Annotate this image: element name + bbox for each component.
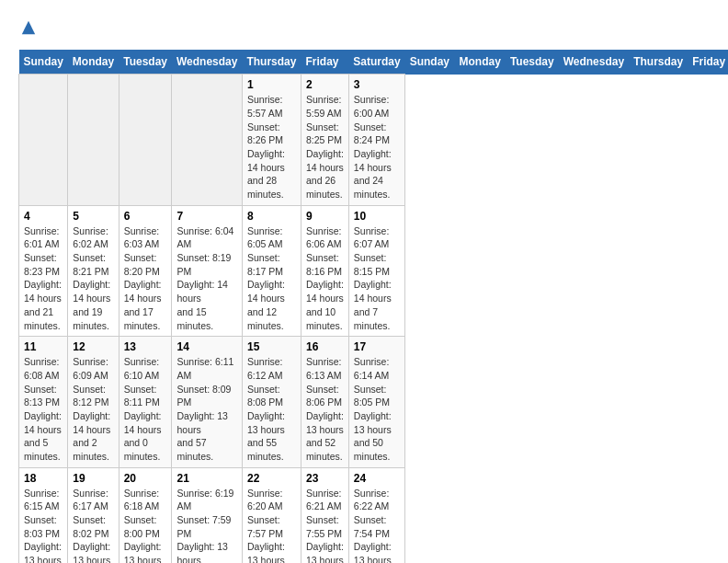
- day-info: Sunrise: 6:11 AM Sunset: 8:09 PM Dayligh…: [176, 355, 236, 464]
- calendar-week-row: 11Sunrise: 6:08 AM Sunset: 8:13 PM Dayli…: [19, 337, 729, 468]
- weekday-header-monday: Monday: [455, 50, 506, 75]
- day-number: 2: [306, 78, 344, 91]
- day-info: Sunrise: 6:04 AM Sunset: 8:19 PM Dayligh…: [176, 224, 236, 333]
- calendar-week-row: 18Sunrise: 6:15 AM Sunset: 8:03 PM Dayli…: [19, 467, 729, 563]
- day-number: 1: [247, 78, 296, 91]
- day-info: Sunrise: 6:10 AM Sunset: 8:11 PM Dayligh…: [124, 355, 167, 464]
- weekday-header-friday: Friday: [301, 50, 348, 75]
- logo-icon: [20, 19, 37, 36]
- calendar-day-cell: 11Sunrise: 6:08 AM Sunset: 8:13 PM Dayli…: [19, 337, 68, 468]
- day-info: Sunrise: 6:09 AM Sunset: 8:12 PM Dayligh…: [73, 355, 113, 464]
- day-number: 20: [124, 472, 167, 485]
- day-number: 15: [247, 340, 296, 353]
- day-number: 23: [306, 472, 344, 485]
- day-info: Sunrise: 6:22 AM Sunset: 7:54 PM Dayligh…: [354, 487, 400, 563]
- day-info: Sunrise: 6:15 AM Sunset: 8:03 PM Dayligh…: [24, 487, 63, 563]
- calendar-day-cell: 21Sunrise: 6:19 AM Sunset: 7:59 PM Dayli…: [172, 467, 242, 563]
- day-number: 18: [24, 472, 63, 485]
- weekday-header-friday: Friday: [688, 50, 728, 75]
- calendar-day-cell: 24Sunrise: 6:22 AM Sunset: 7:54 PM Dayli…: [348, 467, 404, 563]
- calendar-day-cell: 23Sunrise: 6:21 AM Sunset: 7:55 PM Dayli…: [301, 467, 348, 563]
- page-header: [18, 18, 710, 40]
- weekday-header-thursday: Thursday: [242, 50, 301, 75]
- calendar-day-cell: 22Sunrise: 6:20 AM Sunset: 7:57 PM Dayli…: [242, 467, 301, 563]
- weekday-header-tuesday: Tuesday: [506, 50, 559, 75]
- calendar-day-cell: [19, 75, 68, 206]
- day-number: 21: [176, 472, 236, 485]
- calendar-day-cell: 19Sunrise: 6:17 AM Sunset: 8:02 PM Dayli…: [68, 467, 119, 563]
- weekday-header-saturday: Saturday: [348, 50, 404, 75]
- calendar-day-cell: 12Sunrise: 6:09 AM Sunset: 8:12 PM Dayli…: [68, 337, 119, 468]
- calendar-day-cell: 13Sunrise: 6:10 AM Sunset: 8:11 PM Dayli…: [119, 337, 172, 468]
- day-number: 7: [176, 210, 236, 223]
- day-info: Sunrise: 6:01 AM Sunset: 8:23 PM Dayligh…: [24, 224, 63, 333]
- calendar-day-cell: 9Sunrise: 6:06 AM Sunset: 8:16 PM Daylig…: [301, 205, 348, 337]
- day-number: 4: [24, 210, 63, 223]
- day-info: Sunrise: 6:05 AM Sunset: 8:17 PM Dayligh…: [247, 224, 296, 333]
- day-number: 10: [354, 210, 400, 223]
- day-number: 17: [354, 340, 400, 353]
- day-info: Sunrise: 6:14 AM Sunset: 8:05 PM Dayligh…: [354, 355, 400, 464]
- day-info: Sunrise: 6:00 AM Sunset: 8:24 PM Dayligh…: [354, 93, 400, 201]
- calendar-table: SundayMondayTuesdayWednesdayThursdayFrid…: [18, 50, 728, 563]
- day-number: 6: [124, 210, 167, 223]
- calendar-header-row: SundayMondayTuesdayWednesdayThursdayFrid…: [19, 50, 729, 75]
- day-info: Sunrise: 5:57 AM Sunset: 8:26 PM Dayligh…: [247, 93, 296, 201]
- day-info: Sunrise: 6:19 AM Sunset: 7:59 PM Dayligh…: [176, 487, 236, 563]
- day-info: Sunrise: 6:12 AM Sunset: 8:08 PM Dayligh…: [247, 355, 296, 464]
- weekday-header-sunday: Sunday: [19, 50, 68, 75]
- calendar-day-cell: 6Sunrise: 6:03 AM Sunset: 8:20 PM Daylig…: [119, 205, 172, 337]
- calendar-day-cell: 5Sunrise: 6:02 AM Sunset: 8:21 PM Daylig…: [68, 205, 119, 337]
- svg-marker-0: [22, 21, 35, 34]
- calendar-day-cell: [119, 75, 172, 206]
- day-info: Sunrise: 6:06 AM Sunset: 8:16 PM Dayligh…: [306, 224, 344, 333]
- day-info: Sunrise: 6:03 AM Sunset: 8:20 PM Dayligh…: [124, 224, 167, 333]
- day-number: 14: [176, 340, 236, 353]
- day-number: 13: [124, 340, 167, 353]
- day-info: Sunrise: 6:13 AM Sunset: 8:06 PM Dayligh…: [306, 355, 344, 464]
- calendar-day-cell: 18Sunrise: 6:15 AM Sunset: 8:03 PM Dayli…: [19, 467, 68, 563]
- day-number: 11: [24, 340, 63, 353]
- weekday-header-sunday: Sunday: [405, 50, 455, 75]
- day-number: 24: [354, 472, 400, 485]
- calendar-day-cell: 20Sunrise: 6:18 AM Sunset: 8:00 PM Dayli…: [119, 467, 172, 563]
- day-info: Sunrise: 6:17 AM Sunset: 8:02 PM Dayligh…: [73, 487, 113, 563]
- day-number: 3: [354, 78, 400, 91]
- day-number: 8: [247, 210, 296, 223]
- weekday-header-thursday: Thursday: [629, 50, 688, 75]
- day-info: Sunrise: 5:59 AM Sunset: 8:25 PM Dayligh…: [306, 93, 344, 201]
- weekday-header-wednesday: Wednesday: [172, 50, 242, 75]
- logo: [18, 18, 37, 40]
- day-info: Sunrise: 6:08 AM Sunset: 8:13 PM Dayligh…: [24, 355, 63, 464]
- day-info: Sunrise: 6:07 AM Sunset: 8:15 PM Dayligh…: [354, 224, 400, 333]
- day-number: 9: [306, 210, 344, 223]
- day-number: 16: [306, 340, 344, 353]
- calendar-day-cell: 14Sunrise: 6:11 AM Sunset: 8:09 PM Dayli…: [172, 337, 242, 468]
- calendar-day-cell: 15Sunrise: 6:12 AM Sunset: 8:08 PM Dayli…: [242, 337, 301, 468]
- calendar-day-cell: [172, 75, 242, 206]
- calendar-day-cell: [68, 75, 119, 206]
- calendar-day-cell: 3Sunrise: 6:00 AM Sunset: 8:24 PM Daylig…: [348, 75, 404, 206]
- day-info: Sunrise: 6:18 AM Sunset: 8:00 PM Dayligh…: [124, 487, 167, 563]
- weekday-header-monday: Monday: [68, 50, 119, 75]
- calendar-day-cell: 17Sunrise: 6:14 AM Sunset: 8:05 PM Dayli…: [348, 337, 404, 468]
- calendar-day-cell: 16Sunrise: 6:13 AM Sunset: 8:06 PM Dayli…: [301, 337, 348, 468]
- calendar-day-cell: 4Sunrise: 6:01 AM Sunset: 8:23 PM Daylig…: [19, 205, 68, 337]
- calendar-week-row: 4Sunrise: 6:01 AM Sunset: 8:23 PM Daylig…: [19, 205, 729, 337]
- calendar-day-cell: 10Sunrise: 6:07 AM Sunset: 8:15 PM Dayli…: [348, 205, 404, 337]
- calendar-day-cell: 1Sunrise: 5:57 AM Sunset: 8:26 PM Daylig…: [242, 75, 301, 206]
- day-info: Sunrise: 6:20 AM Sunset: 7:57 PM Dayligh…: [247, 487, 296, 563]
- calendar-day-cell: 8Sunrise: 6:05 AM Sunset: 8:17 PM Daylig…: [242, 205, 301, 337]
- day-number: 22: [247, 472, 296, 485]
- calendar-day-cell: 7Sunrise: 6:04 AM Sunset: 8:19 PM Daylig…: [172, 205, 242, 337]
- calendar-week-row: 1Sunrise: 5:57 AM Sunset: 8:26 PM Daylig…: [19, 75, 729, 206]
- day-number: 19: [73, 472, 113, 485]
- day-number: 5: [73, 210, 113, 223]
- day-info: Sunrise: 6:21 AM Sunset: 7:55 PM Dayligh…: [306, 487, 344, 563]
- day-info: Sunrise: 6:02 AM Sunset: 8:21 PM Dayligh…: [73, 224, 113, 333]
- weekday-header-tuesday: Tuesday: [119, 50, 172, 75]
- day-number: 12: [73, 340, 113, 353]
- weekday-header-wednesday: Wednesday: [559, 50, 629, 75]
- calendar-day-cell: 2Sunrise: 5:59 AM Sunset: 8:25 PM Daylig…: [301, 75, 348, 206]
